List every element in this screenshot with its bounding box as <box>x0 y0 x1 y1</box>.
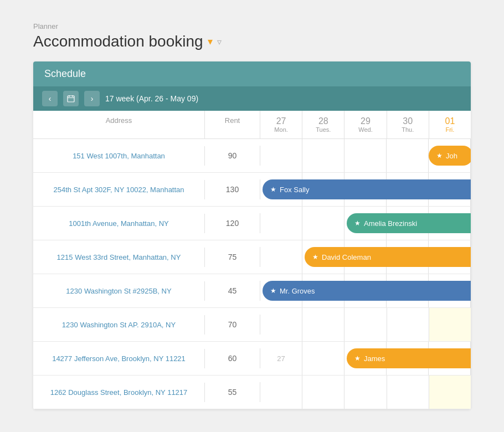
schedule-panel: Schedule ‹ › 17 week (Apr. 26 - May 09) … <box>33 61 471 409</box>
table-row: 1262 Douglass Street, Brooklyn, NY 11217… <box>33 376 471 409</box>
table-row: 1215 West 33rd Street, Manhattan, NY 75 … <box>33 240 471 274</box>
rent-cell: 130 <box>205 179 260 199</box>
days-area: ★ Amelia Brezinski <box>260 207 471 240</box>
rent-header: Rent <box>205 111 260 138</box>
booking-bar[interactable]: ★ James <box>347 348 471 368</box>
address-header: Address <box>33 111 205 138</box>
star-icon: ★ <box>354 354 361 362</box>
week-label: 17 week (Apr. 26 - May 09) <box>105 94 198 103</box>
prev-week-button[interactable]: ‹ <box>42 91 58 106</box>
day-header-3: 30 Thu. <box>387 111 429 138</box>
star-icon: ★ <box>270 186 276 193</box>
rent-cell: 45 <box>205 281 260 301</box>
star-icon: ★ <box>270 287 276 295</box>
booking-name: Joh <box>446 152 457 160</box>
day-header-0: 27 Mon. <box>260 111 302 138</box>
days-area: 27 ★ James <box>260 342 471 375</box>
filter-icon[interactable]: ▿ <box>217 37 222 47</box>
title-dropdown-icon[interactable]: ▾ <box>208 35 213 48</box>
table-row: 1230 Washington St #2925B, NY 45 ★ Mr. G… <box>33 274 471 308</box>
schedule-nav: ‹ › 17 week (Apr. 26 - May 09) <box>33 86 471 111</box>
address-cell[interactable]: 1230 Washington St AP. 2910A, NY <box>33 315 205 335</box>
booking-bar[interactable]: ★ Joh <box>429 146 471 166</box>
address-cell[interactable]: 14277 Jefferson Ave, Brooklyn, NY 11221 <box>33 349 205 368</box>
booking-bar[interactable]: ★ Mr. Groves <box>263 281 471 301</box>
rent-cell: 60 <box>205 348 260 368</box>
day-badge: 27 <box>277 354 285 363</box>
page-title: Accommodation booking <box>33 33 203 50</box>
days-area: ★ Joh <box>260 139 471 172</box>
day-header-4: 01 Fri. <box>429 111 471 138</box>
days-area: ★ Mr. Groves <box>260 274 471 307</box>
star-icon: ★ <box>354 219 361 227</box>
grid-header-row: Address Rent 27 Mon. 28 Tues. 29 Wed. <box>33 111 471 139</box>
days-area <box>260 308 471 341</box>
schedule-grid: Address Rent 27 Mon. 28 Tues. 29 Wed. <box>33 111 471 409</box>
rent-cell: 55 <box>205 382 260 402</box>
booking-bar[interactable]: ★ Fox Sally <box>263 179 471 199</box>
star-icon: ★ <box>436 152 443 160</box>
schedule-header: Schedule <box>33 61 471 86</box>
address-cell[interactable]: 1230 Washington St #2925B, NY <box>33 281 205 301</box>
rent-cell: 70 <box>205 315 260 335</box>
booking-bar[interactable]: ★ Amelia Brezinski <box>347 213 471 233</box>
address-cell[interactable]: 1215 West 33rd Street, Manhattan, NY <box>33 248 205 267</box>
table-row: 151 West 1007th, Manhattan 90 ★ Joh <box>33 139 471 173</box>
rent-cell: 120 <box>205 213 260 233</box>
booking-name: Fox Sally <box>280 186 309 194</box>
booking-bar[interactable]: ★ David Coleman <box>305 247 471 267</box>
day-header-2: 29 Wed. <box>344 111 387 138</box>
days-area: ★ Fox Sally <box>260 173 471 206</box>
next-week-button[interactable]: › <box>84 91 100 106</box>
rent-cell: 90 <box>205 146 260 166</box>
booking-name: James <box>364 354 385 363</box>
table-row: 1001th Avenue, Manhattan, NY 120 ★ Ameli… <box>33 207 471 240</box>
address-cell[interactable]: 1001th Avenue, Manhattan, NY <box>33 214 205 233</box>
days-header: 27 Mon. 28 Tues. 29 Wed. 30 Thu. <box>260 111 471 138</box>
table-row: 254th St Apt 302F, NY 10022, Manhattan 1… <box>33 173 471 207</box>
breadcrumb: Planner <box>33 22 471 30</box>
address-cell[interactable]: 1262 Douglass Street, Brooklyn, NY 11217 <box>33 383 205 402</box>
address-cell[interactable]: 151 West 1007th, Manhattan <box>33 146 205 166</box>
booking-name: Mr. Groves <box>280 287 315 295</box>
address-cell[interactable]: 254th St Apt 302F, NY 10022, Manhattan <box>33 180 205 199</box>
table-row: 14277 Jefferson Ave, Brooklyn, NY 11221 … <box>33 342 471 376</box>
days-area: ★ David Coleman <box>260 240 471 274</box>
day-header-1: 28 Tues. <box>302 111 344 138</box>
days-area <box>260 376 471 409</box>
booking-name: David Coleman <box>322 253 371 261</box>
svg-rect-0 <box>68 96 74 102</box>
star-icon: ★ <box>312 253 318 261</box>
rent-cell: 75 <box>205 247 260 267</box>
calendar-button[interactable] <box>63 91 79 106</box>
booking-name: Amelia Brezinski <box>364 219 417 228</box>
table-row: 1230 Washington St AP. 2910A, NY 70 <box>33 308 471 342</box>
